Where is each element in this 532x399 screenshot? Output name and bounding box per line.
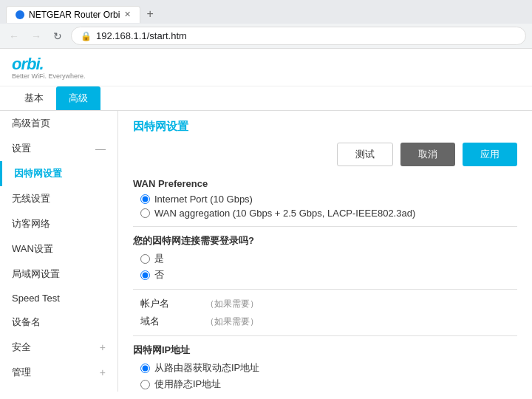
divider-3 [133,335,517,336]
ip-dynamic-option[interactable]: 从路由器获取动态IP地址 [140,361,517,375]
reload-button[interactable]: ↻ [50,29,65,44]
divider-1 [133,226,517,227]
login-no-option[interactable]: 否 [140,268,517,282]
site-header: orbi. Better WiFi. Everywhere. [0,49,532,86]
lock-icon: 🔒 [81,31,92,41]
divider-2 [133,289,517,290]
sidebar-item-wan[interactable]: WAN设置 [0,236,117,262]
tab-favicon [16,10,24,19]
sidebar-item-internet-settings[interactable]: 因特网设置 [0,161,117,186]
sidebar-item-advanced-home[interactable]: 高级首页 [0,111,117,136]
browser-tab[interactable]: NETGEAR Router Orbi ✕ [6,6,140,23]
sidebar-label-device-name: 设备名 [12,316,41,329]
sidebar-item-security[interactable]: 安全 + [0,335,117,360]
login-radio-no[interactable] [140,270,150,280]
test-button[interactable]: 测试 [337,143,393,166]
security-expand-icon: + [100,341,106,353]
login-no-label: 否 [154,268,164,282]
ip-radio-dynamic[interactable] [140,364,150,373]
sidebar-item-speed-test[interactable]: Speed Test [0,287,117,310]
login-yes-option[interactable]: 是 [140,252,517,265]
sidebar-item-lan[interactable]: 局域网设置 [0,262,117,287]
close-tab-icon[interactable]: ✕ [124,10,131,19]
login-section: 您的因特网连接需要登录吗? 是 否 [133,234,517,282]
address-bar[interactable]: 🔒 192.168.1.1/start.htm [71,27,526,45]
sidebar-label-wan: WAN设置 [12,242,53,256]
sidebar-item-device-name[interactable]: 设备名 [0,310,117,335]
toolbar: 测试 取消 应用 [133,143,517,166]
login-yes-label: 是 [154,252,164,265]
login-radio-yes[interactable] [140,254,150,264]
domain-row: 域名 （如果需要） [140,315,517,328]
wan-radio-2[interactable] [140,208,150,218]
account-row: 帐户名 （如果需要） [140,297,517,310]
sidebar-label-management: 管理 [12,366,31,379]
wan-option-1[interactable]: Internet Port (10 Gbps) [140,194,517,205]
tab-title: NETGEAR Router Orbi [29,10,120,20]
forward-button[interactable]: → [28,29,44,44]
cancel-button[interactable]: 取消 [400,143,455,166]
nav-tabs: 基本 高级 [0,86,532,111]
domain-hint: （如果需要） [205,316,259,328]
wan-option-2[interactable]: WAN aggregation (10 Gbps + 2.5 Gbps, LAC… [140,208,517,219]
apply-button[interactable]: 应用 [463,143,517,166]
sidebar-item-guest-network[interactable]: 访客网络 [0,211,117,236]
sidebar-label-advanced: 高级 [12,391,31,392]
ip-dynamic-label: 从路由器获取动态IP地址 [154,361,259,375]
wan-preference-label: WAN Preference [133,178,517,189]
sidebar-item-management[interactable]: 管理 + [0,360,117,385]
account-label: 帐户名 [140,297,200,310]
ip-section-label: 因特网IP地址 [133,344,517,357]
wan-option-2-label: WAN aggregation (10 Gbps + 2.5 Gbps, LAC… [154,208,415,219]
sidebar-label-wireless: 无线设置 [12,192,50,205]
logo: orbi. [12,55,44,73]
login-label: 您的因特网连接需要登录吗? [133,234,517,248]
sidebar-label-speed-test: Speed Test [12,293,60,304]
wan-radio-1[interactable] [140,194,150,204]
ip-radio-static[interactable] [140,380,150,389]
tab-basic[interactable]: 基本 [12,86,56,110]
wan-option-1-label: Internet Port (10 Gbps) [154,194,253,205]
account-hint: （如果需要） [205,298,259,310]
management-expand-icon: + [100,366,106,378]
domain-label: 域名 [140,315,200,328]
logo-tagline: Better WiFi. Everywhere. [12,72,520,80]
back-button[interactable]: ← [6,29,22,44]
account-section: 帐户名 （如果需要） 域名 （如果需要） [133,297,517,328]
sidebar-label-guest-network: 访客网络 [12,217,50,231]
sidebar-label-settings: 设置 [12,142,31,155]
new-tab-button[interactable]: + [140,4,159,24]
sidebar-label-advanced-home: 高级首页 [12,117,50,130]
ip-section: 因特网IP地址 从路由器获取动态IP地址 使用静态IP地址 IP地址 IP子网掩… [133,344,517,392]
sidebar-label-security: 安全 [12,341,31,354]
sidebar: 高级首页 设置 — 因特网设置 无线设置 访客网络 WAN设置 局域网设置 [0,111,118,392]
tab-advanced[interactable]: 高级 [56,86,100,110]
ip-static-label: 使用静态IP地址 [154,378,221,391]
ip-static-option[interactable]: 使用静态IP地址 [140,378,517,391]
tab-bar: NETGEAR Router Orbi ✕ + [0,0,532,24]
sidebar-item-wireless[interactable]: 无线设置 [0,186,117,211]
address-bar-row: ← → ↻ 🔒 192.168.1.1/start.htm [0,24,532,49]
sidebar-item-advanced[interactable]: 高级 + [0,385,117,392]
main-layout: 高级首页 设置 — 因特网设置 无线设置 访客网络 WAN设置 局域网设置 [0,111,532,392]
page-title: 因特网设置 [133,120,517,134]
sidebar-item-settings[interactable]: 设置 — [0,136,117,161]
sidebar-label-internet-settings: 因特网设置 [14,167,62,180]
sidebar-label-lan: 局域网设置 [12,267,60,281]
wan-preference-section: WAN Preference Internet Port (10 Gbps) W… [133,178,517,219]
url-text: 192.168.1.1/start.htm [96,30,187,41]
page-content: orbi. Better WiFi. Everywhere. 基本 高级 高级首… [0,49,532,392]
main-content: 因特网设置 测试 取消 应用 WAN Preference Internet P… [118,111,532,392]
settings-collapse-icon: — [95,143,106,154]
